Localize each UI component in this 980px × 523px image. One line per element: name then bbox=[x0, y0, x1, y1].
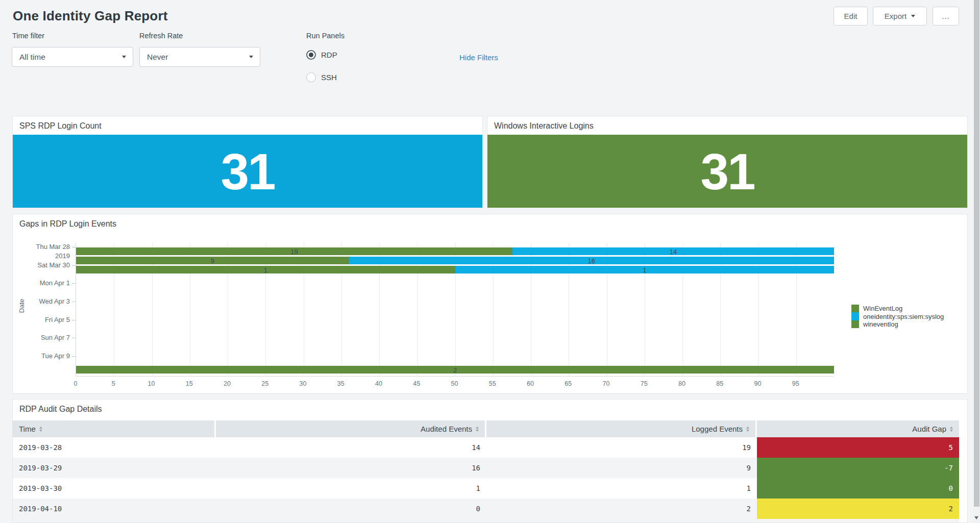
cell-time[interactable]: 2019-03-28 bbox=[13, 437, 216, 458]
sort-icon bbox=[39, 427, 42, 432]
y-tick-label: 2019 bbox=[13, 252, 70, 260]
cell-logged-events[interactable]: 1 bbox=[486, 478, 757, 499]
x-tick-label: 35 bbox=[337, 380, 345, 387]
bar-value-label: 9 bbox=[211, 257, 214, 264]
radio-unselected-icon bbox=[306, 72, 316, 82]
single-value: 31 bbox=[220, 146, 274, 197]
cell-logged-events[interactable]: 9 bbox=[486, 458, 757, 478]
y-tick-label: Mon Apr 1 bbox=[13, 279, 70, 287]
dashboard-page: One Identity Gap Report Edit Export ... … bbox=[0, 0, 980, 523]
x-tick-label: 85 bbox=[716, 380, 723, 387]
bar-value-label: 1 bbox=[643, 266, 646, 273]
chart-plot: 1914916112 bbox=[76, 243, 834, 377]
legend-swatch bbox=[851, 305, 859, 312]
panel-title: SPS RDP Login Count bbox=[19, 121, 102, 131]
refresh-rate-value: Never bbox=[147, 53, 168, 62]
cell-audit-gap[interactable]: 2 bbox=[757, 499, 959, 519]
column-header-logged-events[interactable]: Logged Events bbox=[486, 420, 755, 437]
legend-label: WinEventLog bbox=[863, 305, 902, 312]
single-value: 31 bbox=[700, 146, 754, 197]
cell-logged-events[interactable]: 2 bbox=[486, 499, 757, 519]
cell-audit-gap[interactable]: 5 bbox=[757, 437, 959, 458]
sort-icon bbox=[746, 427, 749, 432]
y-tick-mark bbox=[72, 283, 76, 284]
more-button[interactable]: ... bbox=[933, 7, 959, 26]
y-tick-label: Sun Apr 7 bbox=[13, 334, 70, 342]
x-tick-label: 30 bbox=[300, 380, 307, 387]
column-header-label: Audit Gap bbox=[912, 425, 946, 433]
chevron-down-icon bbox=[249, 56, 253, 58]
scroll-down-arrow-icon[interactable] bbox=[974, 516, 978, 519]
page-title: One Identity Gap Report bbox=[13, 8, 168, 24]
x-tick-label: 40 bbox=[375, 380, 382, 387]
bar-value-label: 19 bbox=[290, 247, 298, 255]
cell-audited-events[interactable]: 14 bbox=[216, 437, 486, 458]
cell-time[interactable]: 2019-03-30 bbox=[13, 478, 216, 499]
legend-item[interactable]: WinEventLog bbox=[851, 305, 944, 312]
panel-title: Windows Interactive Logins bbox=[494, 121, 594, 131]
run-panels-label: Run Panels bbox=[306, 32, 345, 40]
column-header-audited-events[interactable]: Audited Events bbox=[216, 420, 485, 437]
edit-button[interactable]: Edit bbox=[834, 7, 868, 26]
y-tick-label: Sat Mar 30 bbox=[13, 261, 70, 269]
legend-swatch bbox=[851, 312, 859, 320]
sort-icon bbox=[476, 427, 479, 432]
legend-label: wineventlog bbox=[863, 320, 898, 328]
x-tick-label: 20 bbox=[224, 380, 231, 387]
table-row[interactable]: 2019-03-2814195 bbox=[13, 437, 959, 458]
cell-logged-events[interactable]: 19 bbox=[486, 437, 757, 458]
legend-label: oneidentity:sps:siem:syslog bbox=[863, 313, 944, 320]
scrollbar-thumb[interactable] bbox=[974, 0, 979, 507]
x-tick-label: 60 bbox=[527, 380, 534, 387]
y-tick-label: Thu Mar 28 bbox=[13, 243, 70, 251]
legend-item[interactable]: oneidentity:sps:siem:syslog bbox=[851, 312, 944, 320]
refresh-rate-label: Refresh Rate bbox=[139, 32, 183, 40]
chevron-down-icon bbox=[911, 15, 915, 17]
refresh-rate-dropdown[interactable]: Never bbox=[139, 47, 260, 67]
chevron-down-icon bbox=[122, 56, 126, 58]
cell-audited-events[interactable]: 16 bbox=[216, 458, 486, 478]
table-row[interactable]: 2019-03-29169-7 bbox=[13, 458, 959, 478]
table-row[interactable]: 2019-04-10022 bbox=[13, 499, 959, 519]
time-filter-dropdown[interactable]: All time bbox=[12, 47, 133, 67]
column-header-label: Audited Events bbox=[421, 425, 472, 433]
panel-sps-rdp-login-count: SPS RDP Login Count 31 bbox=[12, 116, 483, 208]
cell-time[interactable]: 2019-03-29 bbox=[13, 458, 216, 478]
cell-audit-gap[interactable]: 0 bbox=[757, 478, 959, 499]
table-next-row-sliver bbox=[13, 519, 959, 523]
panel-title: RDP Audit Gap Details bbox=[19, 405, 102, 414]
radio-rdp-label: RDP bbox=[321, 51, 337, 59]
column-header-audit-gap[interactable]: Audit Gap bbox=[757, 420, 959, 437]
column-header-time[interactable]: Time bbox=[13, 420, 214, 437]
cell-audited-events[interactable]: 1 bbox=[216, 478, 486, 499]
radio-ssh[interactable]: SSH bbox=[306, 72, 337, 82]
radio-rdp[interactable]: RDP bbox=[306, 50, 337, 60]
time-filter-label: Time filter bbox=[12, 32, 44, 40]
y-tick-mark bbox=[72, 338, 76, 338]
cell-time[interactable]: 2019-04-10 bbox=[13, 499, 216, 519]
bar-value-label: 2 bbox=[453, 366, 457, 373]
x-tick-label: 95 bbox=[792, 380, 799, 387]
x-tick-label: 50 bbox=[451, 380, 458, 387]
cell-audited-events[interactable]: 0 bbox=[216, 499, 486, 519]
x-tick-label: 25 bbox=[261, 380, 268, 387]
single-value-background: 31 bbox=[487, 135, 967, 208]
x-tick-label: 0 bbox=[74, 380, 78, 387]
x-tick-label: 10 bbox=[148, 380, 155, 387]
x-tick-label: 75 bbox=[641, 380, 648, 387]
sort-icon bbox=[950, 427, 953, 432]
legend-item[interactable]: wineventlog bbox=[851, 320, 944, 328]
hide-filters-link[interactable]: Hide Filters bbox=[459, 53, 498, 62]
bar-value-label: 16 bbox=[588, 257, 595, 264]
radio-selected-icon bbox=[306, 50, 316, 60]
table-body: 2019-03-28141952019-03-29169-72019-03-30… bbox=[13, 437, 959, 519]
x-tick-label: 5 bbox=[112, 380, 115, 387]
table-row[interactable]: 2019-03-30110 bbox=[13, 478, 959, 499]
x-tick-label: 15 bbox=[186, 380, 193, 387]
panel-gaps-in-rdp-login-events: Gaps in RDP Login Events Date 1914916112… bbox=[12, 214, 968, 394]
x-tick-label: 65 bbox=[565, 380, 572, 387]
export-button-label: Export bbox=[885, 12, 906, 20]
export-button[interactable]: Export bbox=[873, 7, 927, 26]
single-value-background: 31 bbox=[13, 135, 482, 208]
cell-audit-gap[interactable]: -7 bbox=[757, 458, 959, 478]
